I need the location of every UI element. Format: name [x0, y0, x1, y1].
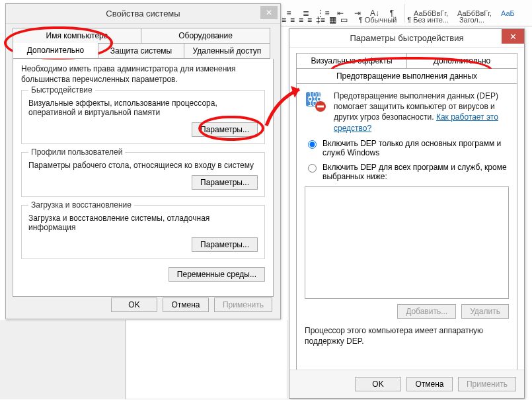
close-icon[interactable]: ✕ — [260, 6, 278, 19]
ok-button-2[interactable]: OK — [355, 377, 401, 391]
tab-dep[interactable]: Предотвращение выполнения данных — [296, 69, 517, 84]
tab-advanced[interactable]: Дополнительно — [13, 43, 98, 59]
radio-dep-essential-input[interactable] — [308, 140, 317, 149]
radio-dep-all[interactable]: Включить DEP для всех программ и служб, … — [305, 163, 509, 181]
tab-remote[interactable]: Удаленный доступ — [184, 43, 270, 59]
dlg2-titlebar: Параметры быстродействия ✕ — [289, 29, 524, 48]
align-left-icon[interactable]: ≡ — [282, 15, 286, 24]
apply-button[interactable]: Применить — [214, 298, 272, 312]
group-performance: Быстродействие Визуальные эффекты, испол… — [21, 90, 265, 144]
group-performance-title: Быстродействие — [28, 85, 95, 95]
align-center-icon[interactable]: ≡ — [290, 15, 295, 24]
radio-dep-all-label: Включить DEP для всех программ и служб, … — [323, 163, 509, 181]
page-area — [126, 320, 287, 399]
system-properties-dialog: Свойства системы ✕ Имя компьютера Оборуд… — [5, 3, 281, 319]
style-heading[interactable]: Загол... — [456, 15, 488, 25]
radio-dep-essential-label: Включить DEP только для основных програм… — [323, 139, 509, 157]
align-justify-icon[interactable]: ≡ — [307, 15, 312, 24]
ok-button[interactable]: OK — [111, 298, 157, 312]
dlg1-titlebar: Свойства системы ✕ — [6, 4, 280, 24]
style-normal[interactable]: ¶ Обычный — [356, 15, 400, 25]
delete-button[interactable]: Удалить — [461, 304, 509, 319]
startup-settings-button[interactable]: Параметры... — [192, 237, 258, 252]
group-startup-title: Загрузка и восстановление — [28, 200, 134, 210]
admin-intro-text: Необходимо иметь права администратора дл… — [21, 64, 265, 85]
dep-processor-note: Процессор этого компьютера имеет аппарат… — [305, 325, 509, 346]
style-nospace[interactable]: ¶ Без инте... — [404, 15, 452, 25]
tab-protection[interactable]: Защита системы — [98, 43, 184, 59]
group-startup: Загрузка и восстановление Загрузка и вос… — [21, 205, 265, 259]
performance-text: Визуальные эффекты, использование процес… — [28, 99, 258, 117]
apply-button-2[interactable]: Применить — [458, 377, 516, 391]
add-button[interactable]: Добавить... — [397, 304, 456, 319]
env-vars-button[interactable]: Переменные среды... — [169, 267, 265, 282]
dep-shield-icon: 10110 01011 10110 — [305, 91, 327, 113]
tab-visual-effects[interactable]: Визуальные эффекты — [296, 53, 407, 69]
radio-dep-all-input[interactable] — [308, 164, 317, 173]
tab-computer-name[interactable]: Имя компьютера — [13, 28, 141, 43]
radio-dep-essential[interactable]: Включить DEP только для основных програм… — [305, 139, 509, 157]
performance-options-dialog: Параметры быстродействия ✕ Визуальные эф… — [289, 28, 525, 399]
shading-icon[interactable]: ▦ — [329, 15, 336, 24]
dep-description: Предотвращение выполнения данных (DEP) п… — [334, 91, 509, 134]
group-profiles-title: Профили пользователей — [28, 147, 125, 157]
dlg1-title-text: Свойства системы — [106, 9, 180, 19]
svg-rect-5 — [317, 106, 324, 108]
tab-advanced2[interactable]: Дополнительно — [407, 53, 517, 69]
align-right-icon[interactable]: ≡ — [299, 15, 303, 24]
profiles-text: Параметры рабочего стола, относящиеся ко… — [28, 161, 258, 170]
performance-settings-button[interactable]: Параметры... — [192, 122, 258, 137]
ribbon-row2: ≡ ≡ ≡ ≡ ‡≡ ▦ ▭ ¶ Обычный ¶ Без инте... З… — [278, 13, 532, 26]
cancel-button-2[interactable]: Отмена — [406, 377, 453, 391]
page-margin-bg — [0, 320, 126, 399]
linespacing-icon[interactable]: ‡≡ — [316, 15, 325, 24]
tab-hardware[interactable]: Оборудование — [141, 28, 270, 43]
group-profiles: Профили пользователей Параметры рабочего… — [21, 152, 265, 197]
dlg2-title-text: Параметры быстродействия — [350, 33, 463, 43]
cancel-button[interactable]: Отмена — [163, 298, 209, 312]
startup-text: Загрузка и восстановление системы, отлад… — [28, 214, 258, 232]
close-icon[interactable]: ✕ — [502, 29, 524, 44]
borders-icon[interactable]: ▭ — [340, 15, 348, 24]
profiles-settings-button[interactable]: Параметры... — [192, 175, 258, 190]
dep-exclusion-list[interactable] — [305, 186, 509, 299]
